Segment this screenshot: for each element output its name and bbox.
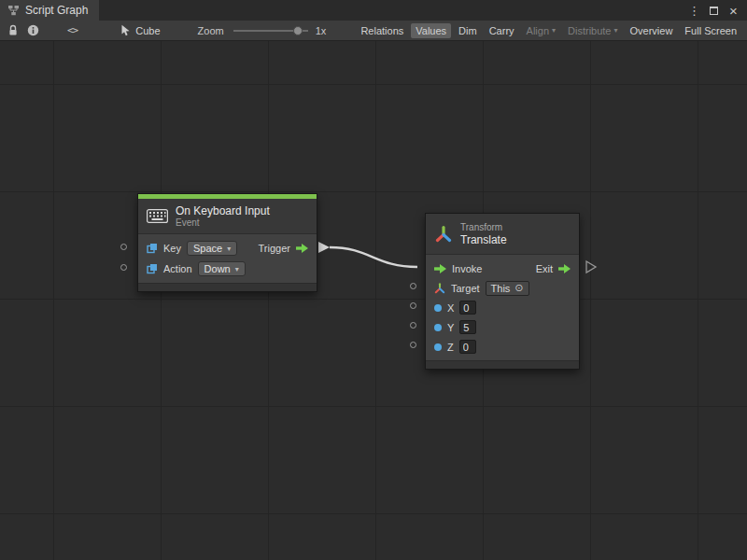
node-subtitle: Event [176,217,270,229]
node-footer [426,360,579,369]
flow-arrow-icon[interactable] [434,264,446,273]
graph-target[interactable]: Cube [120,24,160,36]
enum-port-icon [147,243,158,254]
target-port-row: Target This ⊙ [426,278,579,298]
target-name-label: Cube [135,25,160,36]
carry-button[interactable]: Carry [485,23,519,38]
connection-layer [0,41,747,560]
trigger-output-triangle[interactable] [318,242,330,253]
tab-script-graph[interactable]: Script Graph [0,0,99,21]
trigger-port-label: Trigger [259,243,290,254]
values-button[interactable]: Values [411,23,451,38]
invoke-port-label: Invoke [452,263,482,274]
on-keyboard-input-node[interactable]: On Keyboard Input Event Key Space ▾ Trig… [137,193,317,292]
y-port-label: Y [447,322,454,333]
invoke-exit-row: Invoke Exit [426,259,579,278]
chevron-down-icon: ▾ [227,245,231,253]
target-input-port[interactable] [410,283,416,289]
chevron-down-icon: ▾ [552,26,556,35]
maximize-icon[interactable] [706,2,722,19]
translate-node[interactable]: Transform Translate Invoke Exit [425,213,580,370]
window-controls: ⋮ × [686,0,747,21]
target-port-label: Target [451,283,480,294]
node-body: Invoke Exit Target This ⊙ [426,255,579,360]
chevron-down-icon: ▾ [614,26,618,35]
node-titles: On Keyboard Input Event [176,204,270,229]
key-port-label: Key [163,243,181,254]
distribute-button[interactable]: Distribute ▾ [563,23,622,38]
axis-icon [434,283,445,294]
window-titlebar: Script Graph ⋮ × [0,0,747,21]
z-port-label: Z [447,342,454,353]
relations-button[interactable]: Relations [356,23,408,38]
z-port-row: Z [426,337,579,357]
node-title: Translate [460,233,507,246]
float-port-icon [434,324,442,331]
maximize-glyph [710,7,718,15]
action-input-port[interactable] [120,264,127,271]
y-input-port[interactable] [410,322,416,329]
transform-icon [434,225,453,244]
toolbar-button-group: Relations Values Dim Carry Align ▾ Distr… [356,23,743,38]
target-object-value: This [491,283,511,294]
z-input-port[interactable] [410,342,416,348]
exit-output-triangle[interactable] [586,261,596,273]
flow-arrow-icon[interactable] [296,244,308,253]
action-dropdown[interactable]: Down ▾ [198,261,246,276]
node-titles: Transform Translate [460,222,507,246]
graph-canvas[interactable]: On Keyboard Input Event Key Space ▾ Trig… [0,41,747,560]
script-graph-icon [7,5,20,16]
info-icon[interactable] [27,21,39,40]
graph-toolbar: <> Cube Zoom 1x Relations Values Dim Car… [0,21,747,41]
x-port-label: X [447,302,454,314]
dim-button[interactable]: Dim [454,23,482,38]
y-value-input[interactable] [459,320,476,334]
code-icon[interactable]: <> [67,21,78,40]
float-port-icon [434,304,442,312]
key-port-row: Key Space ▾ Trigger [138,238,317,259]
y-port-row: Y [426,317,579,337]
keyboard-icon [147,209,168,223]
node-footer [138,283,317,291]
node-header: On Keyboard Input Event [138,199,317,234]
node-title: On Keyboard Input [176,204,270,217]
enum-port-icon [147,263,158,274]
x-port-row: X [426,298,579,317]
node-category: Transform [460,222,507,233]
key-input-port[interactable] [120,244,127,250]
cursor-icon [120,24,131,36]
connection-wire[interactable] [330,247,417,267]
z-value-input[interactable] [459,340,476,354]
overview-button[interactable]: Overview [626,23,678,38]
x-value-input[interactable] [459,301,476,315]
menu-icon[interactable]: ⋮ [686,2,702,19]
action-dropdown-value: Down [204,263,231,274]
align-button-label: Align [527,25,549,36]
flow-arrow-icon[interactable] [558,264,571,273]
full-screen-button[interactable]: Full Screen [680,23,741,38]
node-header: Transform Translate [426,214,579,255]
action-port-row: Action Down ▾ [138,259,317,279]
key-dropdown[interactable]: Space ▾ [187,241,237,256]
distribute-button-label: Distribute [568,25,611,36]
x-input-port[interactable] [410,302,416,309]
zoom-value: 1x [316,25,327,36]
float-port-icon [434,343,442,351]
align-button[interactable]: Align ▾ [522,23,560,38]
lock-icon[interactable] [7,21,19,40]
key-dropdown-value: Space [193,243,222,254]
tab-title: Script Graph [25,4,88,17]
close-icon[interactable]: × [726,2,741,19]
node-body: Key Space ▾ Trigger Action [138,234,317,283]
object-picker-icon[interactable]: ⊙ [514,282,523,294]
action-port-label: Action [163,263,192,274]
chevron-down-icon: ▾ [235,265,239,273]
exit-port-label: Exit [536,263,553,274]
zoom-slider[interactable] [233,25,308,36]
target-object-field[interactable]: This ⊙ [486,281,529,296]
zoom-label: Zoom [198,25,224,36]
zoom-slider-handle[interactable] [293,26,303,35]
